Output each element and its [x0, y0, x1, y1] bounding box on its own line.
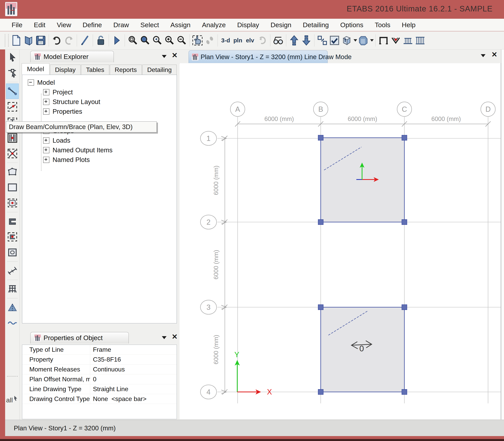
draw-poly-area-icon[interactable]: [6, 164, 19, 179]
draw-reference-point-icon[interactable]: [6, 300, 19, 315]
menu-analyze[interactable]: Analyze: [196, 21, 232, 29]
tree-item-model[interactable]: Model: [28, 78, 177, 87]
menu-design[interactable]: Design: [265, 21, 297, 29]
tree-item-structure-layout[interactable]: Structure Layout: [28, 97, 177, 107]
run-analysis-icon[interactable]: [111, 33, 123, 48]
expand-icon[interactable]: [43, 108, 49, 115]
reshape-object-icon[interactable]: [6, 65, 19, 80]
draw-line-tool[interactable]: [6, 84, 19, 99]
extrude-view-toggle-icon[interactable]: [341, 33, 353, 48]
prop-row-moment-releases[interactable]: Moment Releases Continuous: [22, 364, 177, 374]
tree-item-loads[interactable]: Loads: [28, 136, 177, 145]
properties-panel-menu-caret-icon[interactable]: [162, 336, 166, 339]
tree-item-properties[interactable]: Properties: [28, 107, 177, 116]
swap-windows-icon[interactable]: [316, 33, 328, 48]
rubber-band-zoom-icon[interactable]: [127, 33, 139, 48]
menu-define[interactable]: Define: [77, 21, 107, 29]
quick-draw-braces-icon[interactable]: [6, 146, 19, 161]
menu-select[interactable]: Select: [135, 21, 165, 29]
frame-distributed-load-icon[interactable]: [402, 33, 414, 48]
prop-row-drawing-control-type[interactable]: Drawing Control Type None <space bar>: [22, 394, 177, 404]
new-model-icon[interactable]: [10, 33, 22, 48]
object-fill-toggle-icon[interactable]: [357, 33, 369, 48]
restore-full-view-icon[interactable]: [139, 33, 151, 48]
quick-draw-wall-icon[interactable]: [6, 229, 19, 245]
pan-hand-icon[interactable]: [191, 33, 204, 48]
model-explorer-close-icon[interactable]: ✕: [172, 52, 178, 59]
menu-view[interactable]: View: [51, 21, 77, 29]
expand-icon[interactable]: [43, 157, 49, 163]
open-file-icon[interactable]: [22, 33, 35, 48]
redo-icon[interactable]: [63, 33, 75, 48]
menu-options[interactable]: Options: [335, 21, 369, 29]
properties-panel-title-tab[interactable]: Properties of Object: [30, 332, 129, 344]
undo-icon[interactable]: [51, 33, 63, 48]
model-explorer-menu-caret-icon[interactable]: [162, 55, 166, 58]
quick-draw-secondary-beams-icon[interactable]: [6, 130, 19, 146]
zoom-in-icon[interactable]: [163, 33, 175, 48]
prop-value[interactable]: None <space bar>: [90, 394, 177, 404]
toolbar-grip[interactable]: [5, 34, 9, 47]
tab-model[interactable]: Model: [22, 63, 49, 75]
save-icon[interactable]: [35, 33, 47, 48]
expand-icon[interactable]: [43, 137, 49, 144]
menu-help[interactable]: Help: [396, 21, 421, 29]
move-up-in-list-icon[interactable]: [288, 33, 300, 48]
extrude-dropdown-caret-icon[interactable]: [354, 39, 357, 42]
prop-value[interactable]: C35-8F16: [90, 355, 177, 364]
menu-file[interactable]: File: [6, 21, 28, 29]
prop-value[interactable]: Frame: [90, 345, 177, 354]
move-down-in-list-icon[interactable]: [300, 33, 312, 48]
draw-rect-area-icon[interactable]: [6, 180, 19, 195]
quick-draw-beam-icon[interactable]: [6, 99, 19, 114]
select-pointer-icon[interactable]: [6, 50, 19, 65]
edit-pen-icon[interactable]: [79, 33, 91, 48]
fill-dropdown-caret-icon[interactable]: [370, 39, 374, 42]
plan-view-close-icon[interactable]: ✕: [491, 51, 497, 58]
prop-row-line-drawing-type[interactable]: Line Drawing Type Straight Line: [22, 384, 177, 394]
view-plan-icon[interactable]: pln: [232, 33, 244, 48]
select-all-button[interactable]: all: [6, 392, 18, 408]
expand-icon[interactable]: [43, 147, 49, 153]
tab-tables[interactable]: Tables: [81, 65, 109, 75]
lock-icon[interactable]: [95, 33, 107, 48]
draw-door-window-icon[interactable]: [6, 245, 19, 260]
plan-view-title-tab[interactable]: Plan View - Story1 - Z = 3200 (mm) Line …: [189, 50, 327, 63]
tree-item-named-plots[interactable]: Named Plots: [28, 155, 177, 165]
properties-panel-close-icon[interactable]: ✕: [172, 333, 178, 340]
quick-draw-area-icon[interactable]: [6, 195, 19, 211]
view-3d-icon[interactable]: 3-d: [220, 33, 232, 48]
draw-frame-props-icon[interactable]: [377, 33, 390, 48]
view-elevation-icon[interactable]: elv: [244, 33, 256, 48]
draw-wall-icon[interactable]: [6, 214, 19, 229]
tree-item-named-output-items[interactable]: Named Output Items: [28, 145, 177, 155]
model-explorer-title-tab[interactable]: Model Explorer: [30, 51, 114, 62]
menu-edit[interactable]: Edit: [28, 21, 51, 29]
prop-value[interactable]: Straight Line: [90, 384, 177, 394]
prop-row-property[interactable]: Property C35-8F16: [22, 355, 177, 364]
plan-drawing-canvas[interactable]: A B C D 6000 (mm) 6000 (mm) 6000 (mm): [179, 63, 501, 419]
zoom-out-icon[interactable]: [175, 33, 188, 48]
expand-icon[interactable]: [43, 99, 49, 105]
prop-value[interactable]: Continuous: [90, 364, 177, 374]
assign-joint-icon[interactable]: [390, 33, 402, 48]
prop-row-type-of-line[interactable]: Type of Line Frame: [22, 345, 177, 355]
prop-value[interactable]: 0: [90, 374, 177, 384]
tab-display[interactable]: Display: [50, 65, 81, 75]
menu-assign[interactable]: Assign: [165, 21, 196, 29]
menu-display[interactable]: Display: [232, 21, 265, 29]
draw-dimension-line-icon[interactable]: [6, 263, 19, 278]
menu-draw[interactable]: Draw: [108, 21, 135, 29]
previous-zoom-icon[interactable]: [151, 33, 163, 48]
tab-detailing[interactable]: Detailing: [142, 65, 177, 75]
draw-curve-icon[interactable]: [6, 315, 19, 331]
expand-icon[interactable]: [43, 89, 49, 95]
shell-uniform-load-icon[interactable]: [414, 33, 426, 48]
rotate-3d-view-icon[interactable]: [256, 33, 268, 48]
prop-row-plan-offset[interactable]: Plan Offset Normal, m 0: [22, 374, 177, 384]
walk-through-icon[interactable]: [204, 33, 216, 48]
plan-view-menu-caret-icon[interactable]: [481, 54, 486, 57]
tab-reports[interactable]: Reports: [110, 65, 142, 75]
object-shrink-toggle-icon[interactable]: [328, 33, 341, 48]
menu-tools[interactable]: Tools: [369, 21, 396, 29]
